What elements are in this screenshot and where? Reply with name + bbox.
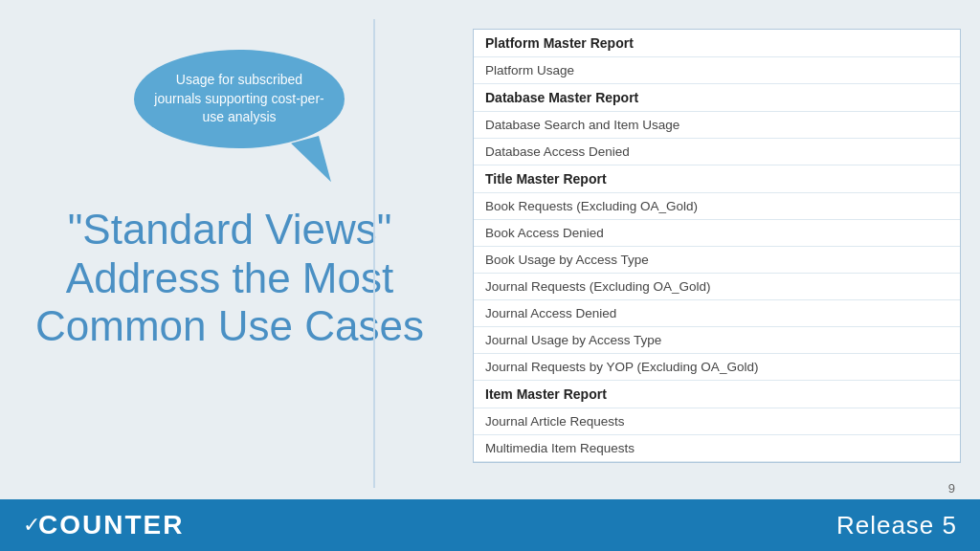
section-database-header: Database Master Report [474, 84, 960, 112]
main-heading: "Standard Views" Address the Most Common… [0, 206, 469, 351]
table-row: Book Access Denied [474, 220, 960, 247]
table-row: Database Search and Item Usage [474, 112, 960, 139]
bubble-text: Usage for subscribed journals supporting… [154, 72, 323, 124]
section-platform-header: Platform Master Report [474, 30, 960, 57]
table-row: Journal Article Requests [474, 408, 960, 435]
footer-bar: ✓ COUNTER Release 5 [0, 499, 980, 551]
table-row: Multimedia Item Requests [474, 435, 960, 462]
vertical-divider [373, 19, 375, 488]
page-number: 9 [948, 481, 955, 496]
section-title-header: Title Master Report [474, 165, 960, 193]
table-row: Book Usage by Access Type [474, 247, 960, 274]
release-label: Release 5 [836, 511, 957, 540]
table-row: Journal Requests (Excluding OA_Gold) [474, 274, 960, 300]
table-row: Database Access Denied [474, 139, 960, 165]
table-row: Platform Usage [474, 57, 960, 84]
reports-table: Platform Master Report Platform Usage Da… [473, 29, 961, 463]
slide: Usage for subscribed journals supporting… [0, 0, 980, 551]
section-item-header: Item Master Report [474, 381, 960, 408]
table-row: Journal Usage by Access Type [474, 327, 960, 354]
counter-logo-text: COUNTER [38, 510, 184, 540]
speech-bubble: Usage for subscribed journals supporting… [134, 50, 345, 148]
table-row: Journal Requests by YOP (Excluding OA_Go… [474, 354, 960, 381]
counter-logo: ✓ COUNTER [23, 510, 184, 540]
table-row: Book Requests (Excluding OA_Gold) [474, 193, 960, 220]
table-row: Journal Access Denied [474, 300, 960, 327]
